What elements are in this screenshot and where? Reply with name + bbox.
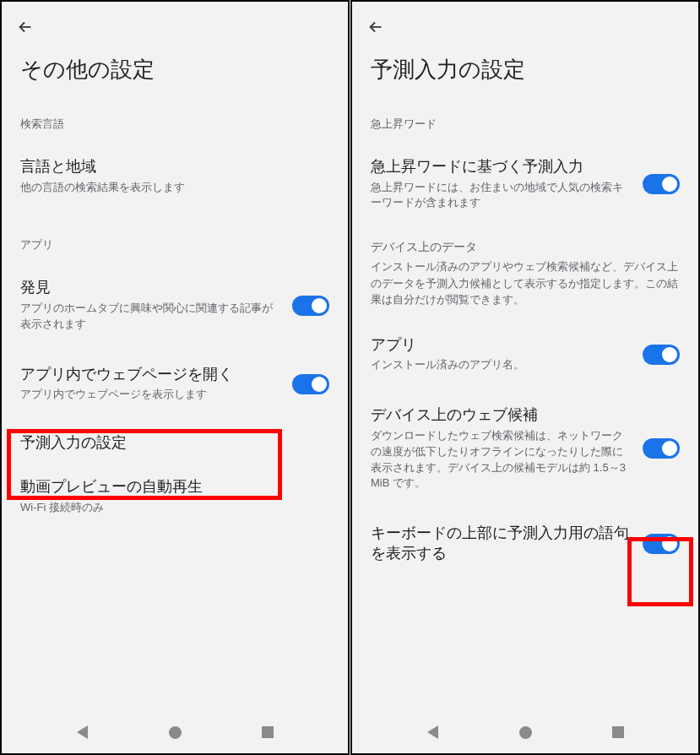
right-pane: 予測入力の設定 急上昇ワード 急上昇ワードに基づく予測入力 急上昇ワードには、お…	[350, 0, 700, 755]
item-title: 動画プレビューの自動再生	[20, 477, 329, 497]
item-device-web-candidates[interactable]: デバイス上のウェブ候補 ダウンロードしたウェブ検索候補は、ネットワークの速度が低…	[371, 394, 680, 503]
toggle-apps[interactable]	[643, 345, 680, 365]
content: 急上昇ワード 急上昇ワードに基づく予測入力 急上昇ワードには、お住まいの地域で人…	[352, 106, 698, 711]
item-apps[interactable]: アプリ インストール済みのアプリ名。	[371, 323, 680, 385]
item-title: 予測入力の設定	[20, 433, 329, 454]
page-title: その他の設定	[2, 40, 348, 106]
item-keyboard-predictive-bar[interactable]: キーボードの上部に予測入力用の語句を表示する	[371, 512, 680, 575]
toggle-open-in-app[interactable]	[292, 374, 329, 394]
info-text: インストール済みのアプリやウェブ検索候補など、デバイス上のデータを予測入力候補と…	[371, 258, 680, 308]
item-sub: ダウンロードしたウェブ検索候補は、ネットワークの速度が低下したりオフラインになっ…	[371, 428, 632, 492]
nav-back-icon[interactable]	[74, 725, 90, 740]
nav-home-icon[interactable]	[518, 725, 533, 740]
item-sub: アプリ内でウェブページを表示します	[20, 387, 282, 403]
section-trending: 急上昇ワード	[371, 106, 680, 145]
item-title: アプリ内でウェブページを開く	[20, 365, 282, 385]
item-language-region[interactable]: 言語と地域 他の言語の検索結果を表示します	[20, 145, 329, 207]
item-open-web-in-app[interactable]: アプリ内でウェブページを開く アプリ内でウェブページを表示します	[20, 353, 329, 415]
navbar	[352, 711, 698, 753]
item-title: 発見	[20, 278, 282, 298]
nav-recent-icon[interactable]	[610, 725, 626, 740]
toggle-web-candidates[interactable]	[643, 438, 680, 459]
nav-home-icon[interactable]	[167, 725, 182, 740]
left-pane: その他の設定 検索言語 言語と地域 他の言語の検索結果を表示します アプリ 発見…	[0, 0, 350, 755]
content: 検索言語 言語と地域 他の言語の検索結果を表示します アプリ 発見 アプリのホー…	[2, 106, 348, 711]
nav-back-icon[interactable]	[425, 725, 440, 740]
item-title: アプリ	[371, 335, 632, 356]
section-apps: アプリ	[20, 227, 329, 266]
item-sub: 急上昇ワードには、お住まいの地域で人気の検索キーワードが含まれます	[371, 180, 632, 212]
item-title: 言語と地域	[20, 157, 329, 177]
toggle-discover[interactable]	[292, 296, 329, 316]
item-title: デバイス上のウェブ候補	[371, 405, 632, 426]
item-trending-predictive[interactable]: 急上昇ワードに基づく予測入力 急上昇ワードには、お住まいの地域で人気の検索キーワ…	[371, 145, 680, 223]
info-title: デバイス上のデータ	[371, 240, 680, 255]
back-icon[interactable]	[366, 17, 386, 37]
section-search-language: 検索言語	[20, 106, 329, 145]
nav-recent-icon[interactable]	[260, 725, 275, 740]
toggle-keyboard-bar[interactable]	[643, 534, 680, 554]
item-predictive-input-settings[interactable]: 予測入力の設定	[20, 415, 329, 472]
item-sub: アプリのホームタブに興味や関心に関連する記事が表示されます	[20, 301, 282, 333]
item-sub: インストール済みのアプリ名。	[371, 357, 632, 373]
page-title: 予測入力の設定	[352, 40, 698, 106]
topbar	[352, 2, 698, 40]
item-discover[interactable]: 発見 アプリのホームタブに興味や関心に関連する記事が表示されます	[20, 266, 329, 344]
item-title: 急上昇ワードに基づく予測入力	[371, 157, 632, 177]
toggle-trending[interactable]	[643, 174, 680, 194]
item-video-preview-autoplay[interactable]: 動画プレビューの自動再生 Wi-Fi 接続時のみ	[20, 472, 329, 527]
item-sub: 他の言語の検索結果を表示します	[20, 180, 329, 196]
item-sub: Wi-Fi 接続時のみ	[20, 500, 329, 516]
item-title: キーボードの上部に予測入力用の語句を表示する	[371, 524, 632, 563]
device-data-info: デバイス上のデータ インストール済みのアプリやウェブ検索候補など、デバイス上のデ…	[371, 231, 680, 323]
topbar	[2, 2, 348, 40]
navbar	[2, 711, 348, 753]
back-icon[interactable]	[15, 17, 35, 37]
